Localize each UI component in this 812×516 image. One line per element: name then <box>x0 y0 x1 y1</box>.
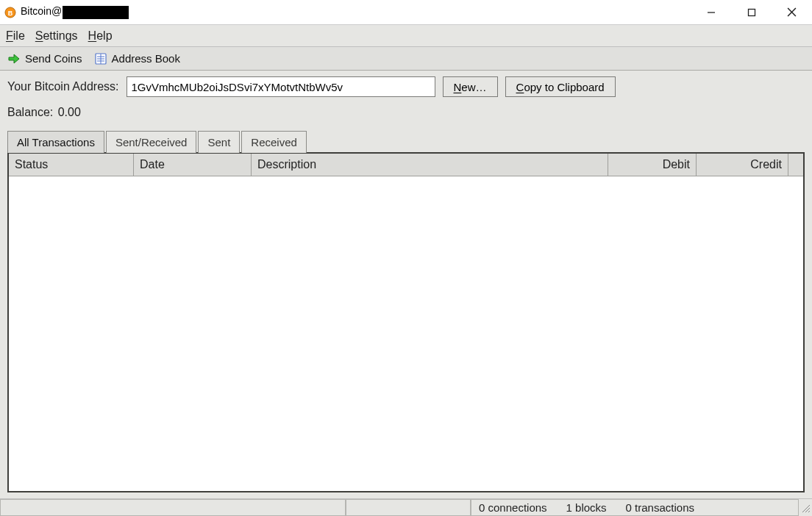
status-transactions: 0 transactions <box>626 501 694 514</box>
window-title-prefix: Bitcoin@ <box>21 5 62 17</box>
arrow-right-icon <box>7 52 21 65</box>
send-coins-button[interactable]: Send Coins <box>4 51 85 67</box>
address-row: Your Bitcoin Address: New… Copy to Clipb… <box>7 76 805 97</box>
address-label: Your Bitcoin Address: <box>7 80 119 93</box>
status-blocks: 1 blocks <box>566 501 607 514</box>
menubar: File Settings Help <box>0 25 812 47</box>
status-mid <box>346 499 471 516</box>
column-description[interactable]: Description <box>252 154 608 176</box>
status-right: 0 connections 1 blocks 0 transactions <box>471 499 799 516</box>
minimize-button[interactable] <box>691 0 731 24</box>
menu-file[interactable]: File <box>6 29 25 43</box>
transactions-table: Status Date Description Debit Credit <box>7 152 805 492</box>
minimize-icon <box>707 8 716 17</box>
resize-grip[interactable] <box>799 501 812 515</box>
titlebar: B Bitcoin@ <box>0 0 812 25</box>
svg-text:B: B <box>8 9 13 16</box>
statusbar: 0 connections 1 blocks 0 transactions <box>0 498 812 516</box>
column-date[interactable]: Date <box>134 154 252 176</box>
send-coins-label: Send Coins <box>25 52 82 65</box>
address-book-button[interactable]: Address Book <box>91 51 183 67</box>
balance-label: Balance: <box>7 106 53 118</box>
maximize-button[interactable] <box>731 0 772 24</box>
tab-sentreceived-label: Sent/Received <box>115 136 188 148</box>
resize-grip-icon <box>800 503 811 513</box>
balance-value: 0.00 <box>58 106 81 118</box>
tab-all-transactions[interactable]: All Transactions <box>7 131 104 153</box>
table-body <box>9 176 803 491</box>
menu-settings[interactable]: Settings <box>35 29 78 43</box>
status-left <box>0 499 346 516</box>
tab-all-label: All Transactions <box>17 136 95 148</box>
maximize-icon <box>747 8 756 17</box>
new-address-button[interactable]: New… <box>443 76 498 97</box>
tab-received-label: Received <box>251 136 297 148</box>
main-content: Your Bitcoin Address: New… Copy to Clipb… <box>0 71 812 498</box>
toolbar: Send Coins Address Book <box>0 47 812 71</box>
svg-line-13 <box>808 511 810 512</box>
window-title: Bitcoin@ <box>21 5 129 18</box>
tab-sent-received[interactable]: Sent/Received <box>106 131 197 153</box>
tab-received[interactable]: Received <box>241 131 307 153</box>
svg-rect-3 <box>748 9 755 15</box>
column-credit[interactable]: Credit <box>697 154 788 176</box>
column-debit[interactable]: Debit <box>608 154 697 176</box>
table-header: Status Date Description Debit Credit <box>9 154 803 176</box>
column-scroll-spacer <box>788 154 803 176</box>
balance-row: Balance: 0.00 <box>7 106 805 119</box>
close-button[interactable] <box>772 0 812 24</box>
column-status[interactable]: Status <box>9 154 134 176</box>
address-book-label: Address Book <box>112 52 180 65</box>
bitcoin-address-input[interactable] <box>127 76 435 97</box>
bitcoin-icon: B <box>4 7 16 18</box>
tab-sent-label: Sent <box>207 136 230 148</box>
menu-help[interactable]: Help <box>88 29 113 43</box>
copy-clipboard-button[interactable]: Copy to Clipboard <box>505 76 616 97</box>
transaction-tabs: All Transactions Sent/Received Sent Rece… <box>7 131 805 153</box>
redacted-block <box>63 6 129 19</box>
close-icon <box>787 7 797 17</box>
window-controls <box>691 0 812 24</box>
tab-sent[interactable]: Sent <box>198 131 240 153</box>
status-connections: 0 connections <box>479 501 547 514</box>
address-book-icon <box>94 52 107 65</box>
